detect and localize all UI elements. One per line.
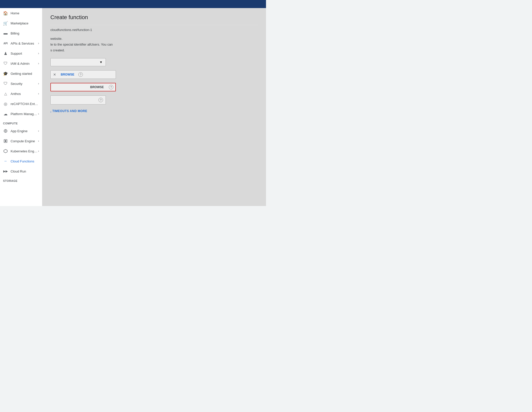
iam-icon: 🛡 xyxy=(3,61,8,66)
help-icon-1[interactable]: ? xyxy=(78,72,83,77)
sidebar-item-platform-mgmt[interactable]: ☁ Platform Manageme… › xyxy=(0,109,42,119)
sidebar-item-label: Billing xyxy=(11,31,39,35)
desc3: s created. xyxy=(50,48,258,52)
browse-button-2[interactable]: BROWSE xyxy=(87,83,107,91)
marketplace-icon: 🛒 xyxy=(3,21,8,26)
sidebar-item-marketplace[interactable]: 🛒 Marketplace xyxy=(0,18,42,28)
sidebar-item-label: Anthos xyxy=(11,92,38,96)
sidebar-item-label: Home xyxy=(11,11,39,15)
kubernetes-icon xyxy=(3,149,8,154)
dropdown-arrow-icon: ▼ xyxy=(99,60,103,64)
chevron-right-icon: › xyxy=(38,139,39,143)
svg-rect-7 xyxy=(5,140,6,142)
sidebar-item-kubernetes[interactable]: Kubernetes Engine › xyxy=(0,146,42,156)
help-icon-2[interactable]: ? xyxy=(109,85,113,89)
browse-row-1: ✕ BROWSE ? xyxy=(50,70,258,79)
recaptcha-icon: ◎ xyxy=(3,101,8,106)
sidebar: 🏠 Home 🛒 Marketplace ▬ Billing API APIs … xyxy=(0,8,42,206)
sidebar-item-label: Cloud Functions xyxy=(11,159,39,163)
desc2: le to the special identifier allUsers. Y… xyxy=(50,43,258,46)
clear-button[interactable]: ✕ xyxy=(51,71,59,79)
sidebar-item-label: APIs & Services xyxy=(11,42,38,45)
sidebar-item-cloud-functions[interactable]: ··· Cloud Functions xyxy=(0,156,42,166)
sidebar-item-apis-services[interactable]: API APIs & Services › xyxy=(0,38,42,48)
sidebar-item-home[interactable]: 🏠 Home xyxy=(0,8,42,18)
chevron-right-icon: › xyxy=(38,112,39,116)
sidebar-item-label: Getting started xyxy=(11,72,39,76)
security-icon: 🛡 xyxy=(3,81,8,86)
sidebar-item-app-engine[interactable]: App Engine › xyxy=(0,126,42,136)
chevron-right-icon: › xyxy=(38,92,39,95)
sidebar-item-recaptcha[interactable]: ◎ reCAPTCHA Enterpri… xyxy=(0,99,42,109)
sidebar-item-label: Kubernetes Engine xyxy=(11,149,38,153)
browse-field-1: ✕ BROWSE ? xyxy=(50,70,116,79)
chevron-right-icon: › xyxy=(38,129,39,133)
sidebar-item-anthos[interactable]: △ Anthos › xyxy=(0,89,42,99)
app-engine-icon xyxy=(3,128,8,133)
cloud-functions-icon: ··· xyxy=(3,159,8,164)
storage-section-header: STORAGE xyxy=(0,176,42,183)
sidebar-item-label: App Engine xyxy=(11,129,38,133)
sidebar-item-label: Platform Manageme… xyxy=(11,112,38,116)
sidebar-item-label: Compute Engine xyxy=(11,139,38,143)
sidebar-item-label: IAM & Admin xyxy=(11,62,38,65)
svg-point-1 xyxy=(5,130,6,131)
text-field[interactable]: ? xyxy=(50,95,106,105)
sidebar-item-compute-engine[interactable]: Compute Engine › xyxy=(0,136,42,146)
sidebar-item-label: reCAPTCHA Enterpri… xyxy=(11,102,39,106)
browse-field-2-highlighted: BROWSE ? xyxy=(50,83,116,91)
platform-icon: ☁ xyxy=(3,111,8,116)
chevron-right-icon: › xyxy=(38,149,39,153)
url-text: cloudfunctions.net/function-1 xyxy=(50,28,258,32)
browse-button-1[interactable]: BROWSE xyxy=(59,71,76,78)
help-icon-3[interactable]: ? xyxy=(98,98,103,102)
dropdown-row: ▼ xyxy=(50,58,258,66)
compute-section-header: COMPUTE xyxy=(0,119,42,126)
sidebar-item-label: Cloud Run xyxy=(11,169,39,173)
billing-icon: ▬ xyxy=(3,31,8,36)
chevron-right-icon: › xyxy=(38,82,39,85)
sidebar-item-getting-started[interactable]: 🎓 Getting started xyxy=(0,68,42,79)
page-title: Create function xyxy=(50,14,258,21)
sidebar-item-cloud-run[interactable]: ▶▶ Cloud Run xyxy=(0,166,42,176)
chevron-right-icon: › xyxy=(38,42,39,45)
sidebar-item-billing[interactable]: ▬ Billing xyxy=(0,28,42,38)
anthos-icon: △ xyxy=(3,91,8,96)
main-area: 🏠 Home 🛒 Marketplace ▬ Billing API APIs … xyxy=(0,8,266,206)
top-bar xyxy=(0,0,266,8)
chevron-right-icon: › xyxy=(38,52,39,55)
sidebar-item-iam-admin[interactable]: 🛡 IAM & Admin › xyxy=(0,58,42,68)
browse-row-2: BROWSE ? xyxy=(50,83,258,91)
desc1: website. xyxy=(50,37,258,41)
content-area: Create function cloudfunctions.net/funct… xyxy=(42,8,266,206)
sidebar-item-label: Support xyxy=(11,52,38,55)
sidebar-item-label: Marketplace xyxy=(11,21,39,25)
sidebar-item-support[interactable]: ♟ Support › xyxy=(0,48,42,58)
timeouts-link[interactable]: , TIMEOUTS AND MORE xyxy=(50,109,87,113)
chevron-right-icon: › xyxy=(38,62,39,65)
api-icon: API xyxy=(3,41,8,46)
sidebar-item-security[interactable]: 🛡 Security › xyxy=(0,79,42,89)
home-icon: 🏠 xyxy=(3,11,8,16)
timeouts-row: , TIMEOUTS AND MORE xyxy=(50,109,258,113)
cloud-run-icon: ▶▶ xyxy=(3,169,8,174)
text-field-row: ? xyxy=(50,95,258,105)
dropdown-field[interactable]: ▼ xyxy=(50,58,106,66)
svg-marker-8 xyxy=(4,149,7,153)
title-divider xyxy=(50,25,258,25)
compute-engine-icon xyxy=(3,139,8,144)
sidebar-item-label: Security xyxy=(11,82,38,86)
support-icon: ♟ xyxy=(3,51,8,56)
getting-started-icon: 🎓 xyxy=(3,71,8,76)
